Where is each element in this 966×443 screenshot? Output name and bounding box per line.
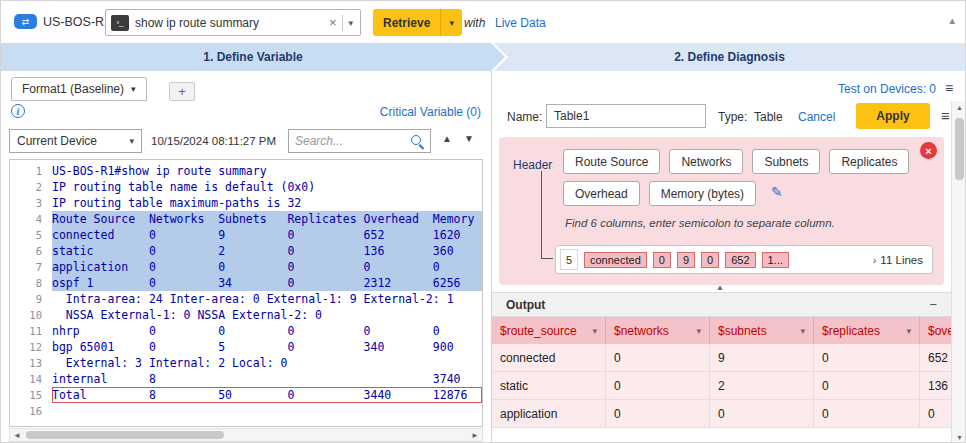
find-previous-button[interactable]: ▲: [442, 133, 452, 144]
scrollbar-thumb[interactable]: [955, 118, 964, 180]
line-text[interactable]: static 0 2 0 136 360: [52, 243, 482, 259]
output-column-header[interactable]: $subnets▾: [710, 317, 814, 344]
line-text[interactable]: Route Source Networks Subnets Replicates…: [52, 211, 483, 227]
line-text[interactable]: IP routing table name is default (0x0): [52, 179, 482, 195]
output-section-header: Output −: [492, 292, 951, 317]
line-text[interactable]: US-BOS-R1#show ip route summary: [52, 163, 482, 179]
expander-icon[interactable]: ›: [873, 254, 877, 266]
tab-format1-baseline[interactable]: Format1 (Baseline) ▾: [11, 77, 147, 101]
vertical-scrollbar[interactable]: ▲ ▼: [951, 101, 966, 443]
step-define-diagnosis[interactable]: 2. Define Diagnosis: [494, 43, 965, 71]
sample-value[interactable]: connected: [584, 252, 647, 268]
live-data-link[interactable]: Live Data: [495, 16, 546, 30]
command-combo[interactable]: ›_ × ▾: [105, 9, 361, 36]
chevron-down-icon[interactable]: ▾: [131, 84, 136, 94]
scroll-left-icon[interactable]: ◄: [13, 431, 21, 440]
scroll-right-icon[interactable]: ►: [471, 431, 479, 440]
menu-icon[interactable]: ≡: [945, 80, 953, 96]
add-format-tab-button[interactable]: +: [169, 82, 195, 101]
output-column-header[interactable]: $replicates▾: [814, 317, 920, 344]
header-label: Header: [513, 158, 552, 172]
scroll-up-icon[interactable]: ▲: [952, 104, 966, 111]
line-text[interactable]: NSSA External-1: 0 NSSA External-2: 0: [52, 307, 482, 323]
chevron-down-icon[interactable]: ▾: [696, 326, 701, 336]
line-text[interactable]: application 0 0 0 0 0: [52, 259, 482, 275]
search-input[interactable]: [295, 134, 410, 148]
find-next-button[interactable]: ▼: [464, 133, 474, 144]
top-bar: ⇄ US-BOS-R1 ›_ × ▾ Retrieve ▾ with Live …: [1, 1, 965, 43]
line-number: 14: [10, 371, 52, 387]
critical-variable-link[interactable]: Critical Variable (0): [361, 105, 481, 119]
line-text[interactable]: ospf 1 0 34 0 2312 6256: [52, 275, 482, 291]
line-text[interactable]: IP routing table maximum-paths is 32: [52, 195, 482, 211]
header-chips-row1: Route SourceNetworksSubnetsReplicates: [563, 149, 909, 174]
cli-output-viewer[interactable]: 1US-BOS-R1#show ip route summary2IP rout…: [9, 159, 483, 427]
variable-name-input[interactable]: [546, 104, 706, 128]
line-text[interactable]: External: 3 Internal: 2 Local: 0: [52, 355, 482, 371]
code-line: 13 External: 3 Internal: 2 Local: 0: [10, 355, 482, 371]
sample-values: connected0906521...: [584, 252, 789, 268]
line-text[interactable]: connected 0 9 0 652 1620: [52, 227, 482, 243]
search-box[interactable]: [288, 129, 431, 153]
code-line: 5connected 0 9 0 652 1620: [10, 227, 482, 243]
parser-hint: Find 6 columns, enter semicolon to separ…: [565, 217, 835, 229]
sample-value[interactable]: 0: [701, 252, 719, 268]
sample-value[interactable]: 0: [653, 252, 671, 268]
code-lines: 1US-BOS-R1#show ip route summary2IP rout…: [10, 160, 482, 419]
header-column-chip[interactable]: Route Source: [563, 149, 660, 174]
output-column-header[interactable]: $overhead▾: [920, 317, 951, 344]
scrollbar-thumb[interactable]: [26, 431, 224, 439]
sample-value[interactable]: 652: [725, 252, 755, 268]
line-number: 9: [10, 291, 52, 307]
edit-columns-icon[interactable]: ✎: [771, 184, 783, 200]
test-on-devices-link[interactable]: Test on Devices: 0: [801, 82, 936, 96]
collapse-panel-handle[interactable]: ▲: [705, 283, 735, 292]
line-text[interactable]: Total 8 50 0 3440 12876: [52, 387, 482, 403]
horizontal-scrollbar[interactable]: ◄ ►: [9, 428, 483, 442]
header-column-chip[interactable]: Replicates: [829, 149, 909, 174]
name-label: Name:: [507, 110, 542, 124]
collapse-topbar-icon[interactable]: ▴: [949, 14, 955, 27]
retrieve-button[interactable]: Retrieve ▾: [373, 9, 462, 36]
sample-value[interactable]: 9: [677, 252, 695, 268]
header-column-chip[interactable]: Overhead: [563, 181, 640, 206]
output-column-header[interactable]: $route_source▾: [492, 317, 606, 344]
line-text[interactable]: internal 8 3740: [52, 371, 482, 387]
search-icon[interactable]: [410, 134, 424, 148]
header-column-chip[interactable]: Networks: [669, 149, 743, 174]
chevron-down-icon[interactable]: ▾: [906, 326, 911, 336]
minimize-icon[interactable]: −: [929, 297, 937, 312]
sample-line-row[interactable]: 5 connected0906521... › 11 Lines: [555, 245, 933, 274]
output-column-label: $networks: [614, 324, 669, 338]
cancel-button[interactable]: Cancel: [798, 110, 835, 124]
info-icon[interactable]: i: [11, 104, 25, 118]
lines-expander[interactable]: › 11 Lines: [873, 254, 923, 266]
apply-button[interactable]: Apply: [856, 103, 930, 129]
chevron-down-icon[interactable]: ▾: [592, 326, 597, 336]
code-line: 14internal 8 3740: [10, 371, 482, 387]
variable-menu-icon[interactable]: ≡: [941, 107, 950, 124]
code-line: 8ospf 1 0 34 0 2312 6256: [10, 275, 482, 291]
line-text[interactable]: nhrp 0 0 0 0 0: [52, 323, 482, 339]
line-number: 16: [10, 403, 52, 419]
clear-command-icon[interactable]: ×: [325, 15, 341, 30]
line-text[interactable]: [52, 403, 482, 419]
line-text[interactable]: Intra-area: 24 Inter-area: 0 External-1:…: [52, 291, 482, 307]
command-input[interactable]: [129, 16, 325, 30]
command-dropdown-icon[interactable]: ▾: [345, 18, 360, 28]
line-number: 15: [10, 387, 52, 403]
header-column-chip[interactable]: Subnets: [752, 149, 820, 174]
chevron-down-icon[interactable]: ▾: [800, 326, 805, 336]
scroll-down-icon[interactable]: ▼: [952, 434, 966, 441]
sample-value[interactable]: 1...: [762, 252, 789, 268]
code-line: 6static 0 2 0 136 360: [10, 243, 482, 259]
close-icon[interactable]: ×: [920, 142, 937, 159]
retrieve-dropdown-icon[interactable]: ▾: [441, 18, 462, 28]
header-column-chip[interactable]: Memory (bytes): [649, 181, 756, 206]
output-column-header[interactable]: $networks▾: [606, 317, 710, 344]
step-define-variable[interactable]: 1. Define Variable: [1, 43, 505, 71]
code-line: 4Route Source Networks Subnets Replicate…: [10, 211, 482, 227]
code-line: 7application 0 0 0 0 0: [10, 259, 482, 275]
device-selector[interactable]: Current Device ▾: [9, 129, 142, 153]
line-text[interactable]: bgp 65001 0 5 0 340 900: [52, 339, 482, 355]
